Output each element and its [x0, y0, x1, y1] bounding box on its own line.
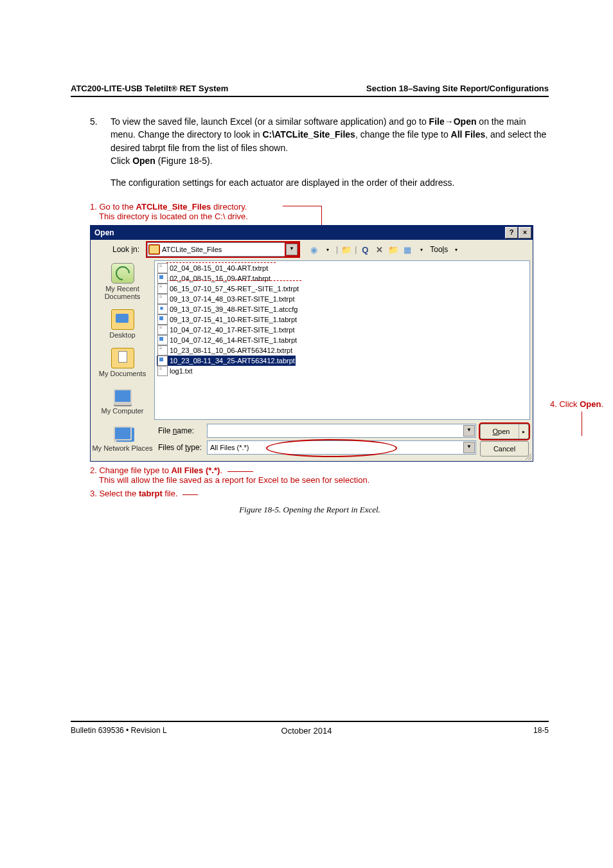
callout-line [582, 411, 582, 436]
delete-icon[interactable]: ✕ [373, 244, 385, 255]
callout-line [166, 262, 276, 263]
chevron-down-icon[interactable]: ▼ [463, 425, 475, 437]
open-button[interactable]: Open ▸ [480, 424, 529, 439]
txt-file-icon [157, 366, 168, 376]
file-item[interactable]: 09_13_07-15_39_48-RET-SITE_1.atccfg [157, 304, 528, 314]
step-number: 5. [90, 115, 108, 128]
resize-grip[interactable] [524, 452, 531, 460]
help-button[interactable]: ? [505, 227, 518, 239]
file-name: log1.txt [170, 367, 192, 375]
file-name: 02_04_08-15_01_40-ART.txtrpt [170, 264, 268, 272]
new-folder-icon[interactable]: 📁 [387, 244, 399, 255]
callout-4: 4. Click Open. [550, 399, 608, 409]
recent-docs-icon [111, 263, 134, 284]
dialog-title: Open [94, 228, 114, 237]
file-name: 10_04_07-12_40_17-RET-SITE_1.txtrpt [170, 326, 294, 334]
file-item[interactable]: 06_15_07-10_57_45-RET_-SITE_1.txtrpt [157, 284, 528, 294]
filename-input[interactable]: ▼ [207, 424, 476, 438]
lookin-combo[interactable]: ATCLite_Site_Files ▼ [147, 242, 299, 257]
txt-file-icon [157, 284, 168, 294]
callout-2: 2. Change file type to All Files (*.*). … [90, 466, 549, 485]
step-content: To view the saved file, launch Excel (or… [111, 115, 547, 189]
page-footer: Bulletin 639536 • Revision L October 201… [71, 721, 549, 735]
chevron-down-icon[interactable]: ▼ [463, 442, 475, 453]
chevron-right-icon[interactable]: ▸ [519, 424, 528, 439]
tab-file-icon [157, 335, 168, 345]
figure-caption: Figure 18-5. Opening the Report in Excel… [71, 505, 549, 515]
place-recent[interactable]: My Recent Documents [92, 260, 153, 307]
file-name: 02_04_08-15_16_09-ART.tabrpt [170, 275, 271, 282]
search-icon[interactable]: Q [359, 244, 371, 255]
tab-file-icon [157, 314, 168, 325]
folder-icon [149, 245, 159, 254]
callout-3: 3. Select the tabrpt file. [90, 489, 549, 498]
place-desktop[interactable]: Desktop [92, 307, 153, 345]
txt-file-icon [157, 325, 168, 335]
cancel-button[interactable]: Cancel [480, 441, 529, 457]
cfg-file-icon [157, 304, 168, 314]
file-item[interactable]: 02_04_08-15_01_40-ART.txtrpt [157, 263, 528, 273]
file-item[interactable]: 10_23_08-11_10_06-ART563412.txtrpt [157, 345, 528, 356]
callout-line [182, 494, 198, 495]
network-icon [112, 424, 134, 443]
chevron-down-icon[interactable]: ▼ [286, 244, 298, 255]
file-item[interactable]: 09_13_07-15_41_10-RET-SITE_1.tabrpt [157, 314, 528, 325]
back-icon[interactable]: ◉ [308, 244, 319, 255]
mydocs-icon [111, 348, 134, 368]
chevron-down-icon[interactable]: ▾ [322, 244, 333, 255]
txt-file-icon [157, 263, 168, 273]
file-item[interactable]: log1.txt [157, 366, 528, 376]
desktop-icon [111, 309, 134, 330]
place-computer[interactable]: My Computer [92, 384, 153, 421]
txt-file-icon [157, 294, 168, 304]
callout-line [283, 206, 321, 206]
close-button[interactable]: × [519, 227, 531, 239]
file-name: 10_23_08-11_10_06-ART563412.txtrpt [170, 347, 292, 354]
file-item[interactable]: 02_04_08-15_16_09-ART.tabrpt [157, 273, 528, 284]
places-bar: My Recent Documents Desktop My Documents [91, 258, 154, 461]
filename-label: File name: [158, 426, 207, 435]
step-5: 5. To view the saved file, launch Excel … [90, 115, 549, 189]
step-para2: The configuration settings for each actu… [111, 176, 547, 189]
place-mydocs[interactable]: My Documents [92, 345, 153, 384]
file-list[interactable]: 02_04_08-15_01_40-ART.txtrpt02_04_08-15_… [154, 260, 530, 420]
file-item[interactable]: 10_04_07-12_46_14-RET-SITE_1.tabrpt [157, 335, 528, 345]
lookin-value: ATCLite_Site_Files [162, 246, 222, 253]
file-item[interactable]: 09_13_07-14_48_03-RET-SITE_1.txtrpt [157, 294, 528, 304]
views-icon[interactable]: ▦ [402, 244, 413, 255]
filetype-combo[interactable]: All Files (*.*) ▼ [207, 440, 476, 455]
lookin-label: Look in: [94, 245, 143, 254]
file-name: 09_13_07-15_41_10-RET-SITE_1.tabrpt [170, 316, 297, 323]
header-left: ATC200-LITE-USB Teletilt® RET System [71, 84, 228, 93]
filetype-label: Files of type: [158, 443, 207, 452]
computer-icon [112, 386, 134, 406]
up-folder-icon[interactable]: 📁 [341, 244, 352, 255]
chevron-down-icon[interactable]: ▾ [416, 244, 427, 255]
header-right: Section 18–Saving Site Report/Configurat… [366, 84, 549, 93]
callout-line [166, 280, 301, 281]
open-dialog: Open ? × Look in: ATCLite_Site_Files ▼ ◉ [90, 225, 533, 462]
file-name: 10_23_08-11_34_25-ART563412.tabrpt [170, 357, 295, 365]
dialog-titlebar[interactable]: Open ? × [91, 226, 533, 240]
file-name: 10_04_07-12_46_14-RET-SITE_1.tabrpt [170, 336, 297, 344]
tab-file-icon [157, 273, 168, 284]
footer-center: October 2014 [0, 726, 613, 736]
tab-file-icon [157, 356, 168, 366]
file-name: 06_15_07-10_57_45-RET_-SITE_1.txtrpt [170, 285, 299, 293]
place-network[interactable]: My Network Places [92, 421, 153, 458]
file-name: 09_13_07-14_48_03-RET-SITE_1.txtrpt [170, 295, 294, 303]
callout-1: 1. Go to the ATCLite_Site_Files director… [90, 202, 549, 221]
txt-file-icon [157, 345, 168, 356]
chevron-down-icon[interactable]: ▾ [450, 244, 462, 255]
callout-line [227, 471, 253, 472]
file-name: 09_13_07-15_39_48-RET-SITE_1.atccfg [170, 305, 298, 313]
file-item[interactable]: 10_23_08-11_34_25-ART563412.tabrpt [157, 356, 296, 366]
page-header: ATC200-LITE-USB Teletilt® RET System Sec… [71, 84, 549, 97]
dialog-toolbar: ◉ ▾ | 📁 | Q ✕ 📁 ▦ ▾ Tools ▾ [308, 244, 462, 255]
tools-menu[interactable]: Tools [430, 245, 448, 254]
file-item[interactable]: 10_04_07-12_40_17-RET-SITE_1.txtrpt [157, 325, 528, 335]
